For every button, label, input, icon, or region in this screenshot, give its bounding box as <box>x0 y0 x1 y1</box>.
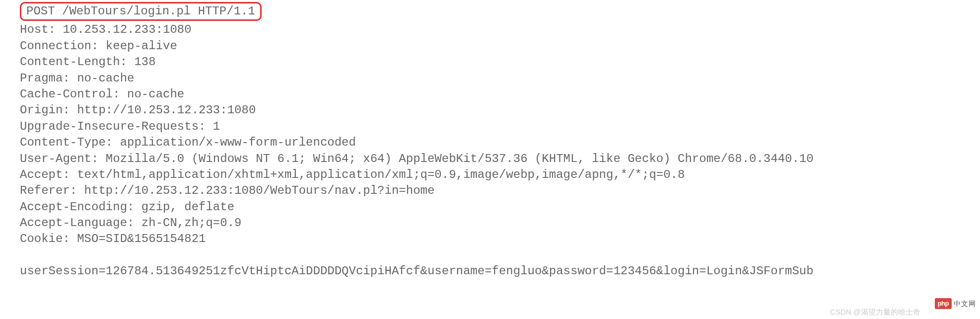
watermark-logo: php <box>935 298 952 309</box>
watermark-text: 中文网 <box>954 299 976 309</box>
csdn-attribution: CSDN @渴望力量的哈士奇 <box>830 307 920 317</box>
http-body: userSession=126784.513649251zfcVtHiptcAi… <box>20 263 980 279</box>
http-header: Pragma: no-cache <box>20 71 980 86</box>
http-header: Connection: keep-alive <box>20 38 980 54</box>
http-header: Accept: text/html,application/xhtml+xml,… <box>20 167 980 183</box>
http-header: Upgrade-Insecure-Requests: 1 <box>20 119 980 135</box>
http-header: Origin: http://10.253.12.233:1080 <box>20 102 980 118</box>
blank-line <box>20 247 980 263</box>
http-header: Accept-Language: zh-CN,zh;q=0.9 <box>20 215 980 231</box>
http-header: Content-Type: application/x-www-form-url… <box>20 135 980 151</box>
http-header: Referer: http://10.253.12.233:1080/WebTo… <box>20 183 980 199</box>
http-header: Host: 10.253.12.233:1080 <box>20 22 980 38</box>
http-request-line: POST /WebTours/login.pl HTTP/1.1 <box>20 2 262 21</box>
watermark: php 中文网 <box>935 298 976 309</box>
http-header: User-Agent: Mozilla/5.0 (Windows NT 6.1;… <box>20 151 980 167</box>
http-header: Accept-Encoding: gzip, deflate <box>20 199 980 215</box>
http-header: Content-Length: 138 <box>20 54 980 70</box>
http-header: Cookie: MSO=SID&1565154821 <box>20 231 980 247</box>
http-header: Cache-Control: no-cache <box>20 86 980 102</box>
